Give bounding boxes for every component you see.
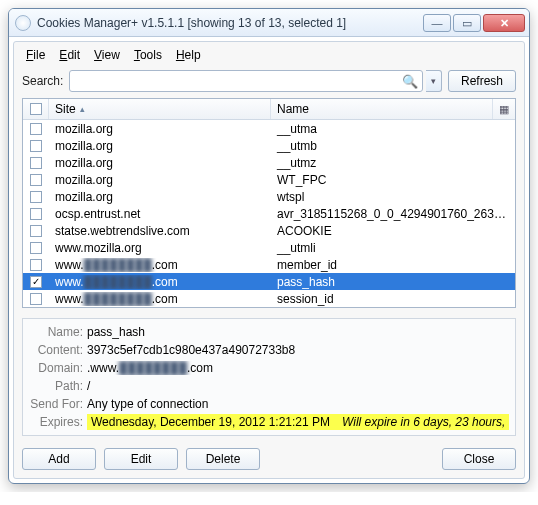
edit-button[interactable]: Edit bbox=[104, 448, 178, 470]
row-checkbox[interactable] bbox=[23, 293, 49, 305]
column-picker[interactable]: ▦ bbox=[493, 99, 515, 119]
detail-expires: Wednesday, December 19, 2012 1:21:21 PMW… bbox=[87, 414, 509, 430]
menu-view[interactable]: View bbox=[88, 46, 126, 64]
window-close-button[interactable]: ✕ bbox=[483, 14, 525, 32]
row-site: ocsp.entrust.net bbox=[49, 207, 271, 221]
column-name[interactable]: Name bbox=[271, 99, 493, 119]
search-input[interactable] bbox=[76, 73, 402, 89]
row-name: WT_FPC bbox=[271, 173, 515, 187]
menu-file[interactable]: File bbox=[20, 46, 51, 64]
row-name: __utmli bbox=[271, 241, 515, 255]
detail-label-domain: Domain: bbox=[29, 361, 87, 375]
table-row[interactable]: www.████████.compass_hash bbox=[23, 273, 515, 290]
search-box: 🔍 bbox=[69, 70, 423, 92]
row-name: pass_hash bbox=[271, 275, 515, 289]
maximize-button[interactable]: ▭ bbox=[453, 14, 481, 32]
app-icon bbox=[15, 15, 31, 31]
column-checkbox[interactable] bbox=[23, 99, 49, 119]
row-name: avr_3185115268_0_0_4294901760_263379174… bbox=[271, 207, 515, 221]
search-row: Search: 🔍 ▾ Refresh bbox=[16, 66, 522, 98]
detail-label-sendfor: Send For: bbox=[29, 397, 87, 411]
row-name: __utma bbox=[271, 122, 515, 136]
row-site: statse.webtrendslive.com bbox=[49, 224, 271, 238]
table-row[interactable]: mozilla.org__utmb bbox=[23, 137, 515, 154]
row-site: www.████████.com bbox=[49, 275, 271, 289]
table-row[interactable]: mozilla.orgwtspl bbox=[23, 188, 515, 205]
delete-button[interactable]: Delete bbox=[186, 448, 260, 470]
table-row[interactable]: www.████████.commember_id bbox=[23, 256, 515, 273]
row-checkbox[interactable] bbox=[23, 191, 49, 203]
cookies-list: Site▴ Name ▦ mozilla.org__utmamozilla.or… bbox=[22, 98, 516, 308]
table-row[interactable]: ocsp.entrust.netavr_3185115268_0_0_42949… bbox=[23, 205, 515, 222]
column-picker-icon: ▦ bbox=[499, 103, 509, 116]
row-name: wtspl bbox=[271, 190, 515, 204]
table-row[interactable]: www.mozilla.org__utmli bbox=[23, 239, 515, 256]
close-button[interactable]: Close bbox=[442, 448, 516, 470]
row-checkbox[interactable] bbox=[23, 157, 49, 169]
table-row[interactable]: mozilla.org__utmz bbox=[23, 154, 515, 171]
detail-label-path: Path: bbox=[29, 379, 87, 393]
list-body[interactable]: mozilla.org__utmamozilla.org__utmbmozill… bbox=[23, 120, 515, 307]
add-button[interactable]: Add bbox=[22, 448, 96, 470]
titlebar[interactable]: Cookies Manager+ v1.5.1.1 [showing 13 of… bbox=[9, 9, 529, 37]
detail-label-name: Name: bbox=[29, 325, 87, 339]
detail-label-expires: Expires: bbox=[29, 415, 87, 429]
detail-domain: .www.████████.com bbox=[87, 361, 509, 375]
row-name: __utmz bbox=[271, 156, 515, 170]
table-row[interactable]: statse.webtrendslive.comACOOKIE bbox=[23, 222, 515, 239]
app-window: Cookies Manager+ v1.5.1.1 [showing 13 of… bbox=[8, 8, 530, 484]
row-name: ACOOKIE bbox=[271, 224, 515, 238]
window-buttons: — ▭ ✕ bbox=[423, 14, 525, 32]
minimize-button[interactable]: — bbox=[423, 14, 451, 32]
row-site: mozilla.org bbox=[49, 190, 271, 204]
row-checkbox[interactable] bbox=[23, 259, 49, 271]
menubar: File Edit View Tools Help bbox=[16, 44, 522, 66]
details-panel: Name: pass_hash Content: 3973c5ef7cdb1c9… bbox=[22, 318, 516, 436]
row-site: www.mozilla.org bbox=[49, 241, 271, 255]
menu-help[interactable]: Help bbox=[170, 46, 207, 64]
row-checkbox[interactable] bbox=[23, 276, 49, 288]
search-options-dropdown[interactable]: ▾ bbox=[426, 70, 442, 92]
menu-edit[interactable]: Edit bbox=[53, 46, 86, 64]
column-site[interactable]: Site▴ bbox=[49, 99, 271, 119]
detail-content: 3973c5ef7cdb1c980e437a49072733b8 bbox=[87, 343, 509, 357]
search-label: Search: bbox=[22, 74, 63, 88]
menu-tools[interactable]: Tools bbox=[128, 46, 168, 64]
row-site: mozilla.org bbox=[49, 173, 271, 187]
refresh-button[interactable]: Refresh bbox=[448, 70, 516, 92]
row-checkbox[interactable] bbox=[23, 140, 49, 152]
search-icon[interactable]: 🔍 bbox=[402, 74, 418, 89]
row-site: mozilla.org bbox=[49, 122, 271, 136]
row-site: mozilla.org bbox=[49, 156, 271, 170]
table-row[interactable]: mozilla.orgWT_FPC bbox=[23, 171, 515, 188]
row-checkbox[interactable] bbox=[23, 225, 49, 237]
row-checkbox[interactable] bbox=[23, 208, 49, 220]
detail-sendfor: Any type of connection bbox=[87, 397, 509, 411]
row-checkbox[interactable] bbox=[23, 123, 49, 135]
row-checkbox[interactable] bbox=[23, 242, 49, 254]
detail-name: pass_hash bbox=[87, 325, 509, 339]
detail-label-content: Content: bbox=[29, 343, 87, 357]
table-row[interactable]: mozilla.org__utma bbox=[23, 120, 515, 137]
window-title: Cookies Manager+ v1.5.1.1 [showing 13 of… bbox=[37, 16, 423, 30]
row-site: www.████████.com bbox=[49, 258, 271, 272]
bottom-toolbar: Add Edit Delete Close bbox=[16, 442, 522, 476]
row-name: member_id bbox=[271, 258, 515, 272]
row-checkbox[interactable] bbox=[23, 174, 49, 186]
list-header: Site▴ Name ▦ bbox=[23, 99, 515, 120]
row-site: www.████████.com bbox=[49, 292, 271, 306]
row-name: __utmb bbox=[271, 139, 515, 153]
table-row[interactable]: www.████████.comsession_id bbox=[23, 290, 515, 307]
client-area: File Edit View Tools Help Search: 🔍 ▾ Re… bbox=[13, 41, 525, 479]
row-name: session_id bbox=[271, 292, 515, 306]
row-site: mozilla.org bbox=[49, 139, 271, 153]
detail-path: / bbox=[87, 379, 509, 393]
